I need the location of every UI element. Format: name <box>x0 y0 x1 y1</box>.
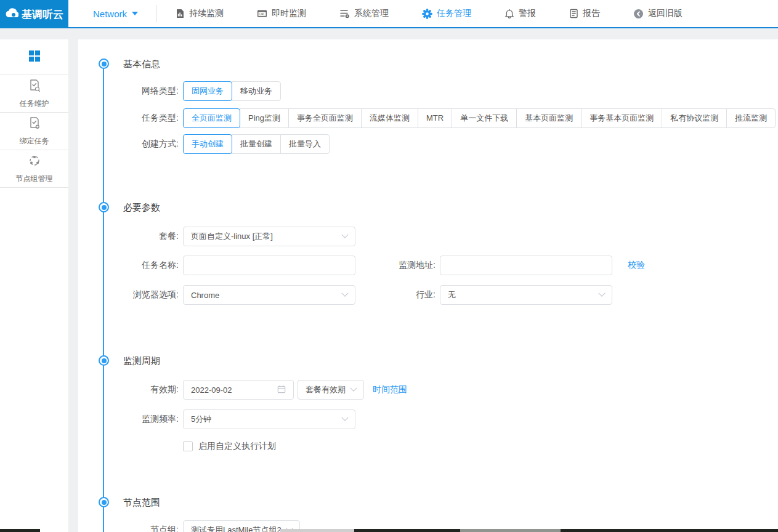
valid-date-mode-select[interactable]: 套餐有效期 <box>298 380 364 400</box>
industry-label: 行业: <box>355 289 436 300</box>
sidebar-item-node-group-management[interactable]: 节点组管理 <box>0 150 68 188</box>
nav-menu: 持续监测 URL 即时监测 系统管理 任务管理 警报 <box>158 0 699 27</box>
nav-item-label: 即时监测 <box>272 8 306 19</box>
create-mode-option-batch-import[interactable]: 批量导入 <box>280 134 330 154</box>
custom-plan-label: 启用自定义执行计划 <box>198 441 276 452</box>
task-name-url-row: 任务名称: 监测地址: 校验 <box>78 256 778 275</box>
horizontal-scrollbar-thumb[interactable] <box>280 529 354 532</box>
frequency-select[interactable]: 5分钟 <box>183 409 355 429</box>
top-navbar: 基调听云 Network 持续监测 URL 即时监测 系统管理 <box>0 0 778 28</box>
chart-doc-icon <box>175 9 185 18</box>
create-mode-group: 手动创建 批量创建 批量导入 <box>183 134 330 154</box>
section-bullet-icon <box>99 497 109 507</box>
industry-select[interactable]: 无 <box>440 285 612 305</box>
nav-item-alerts[interactable]: 警报 <box>488 0 553 27</box>
chevron-down-icon <box>598 290 605 297</box>
valid-date-label: 有效期: <box>78 384 179 395</box>
package-row: 套餐: 页面自定义-linux [正常] <box>78 227 778 246</box>
node-group-icon <box>28 154 41 169</box>
nav-item-label: 持续监测 <box>189 8 224 19</box>
valid-date-value: 2022-09-02 <box>191 385 232 395</box>
bottom-bar-segment <box>460 529 561 532</box>
nav-item-back-to-old-version[interactable]: 返回旧版 <box>617 0 699 27</box>
left-sidebar: 任务维护 绑定任务 节点组管理 <box>0 39 68 532</box>
report-icon <box>569 9 578 18</box>
doc-link-icon <box>28 116 41 132</box>
nav-item-label: 任务管理 <box>437 8 471 19</box>
section-bullet-icon <box>99 355 109 366</box>
logo-text: 基调听云 <box>22 7 63 22</box>
svg-text:URL: URL <box>259 13 265 16</box>
browser-select-value: Chrome <box>191 291 219 300</box>
chevron-down-icon <box>341 414 348 421</box>
monitor-url-label: 监测地址: <box>355 260 436 271</box>
network-type-row: 网络类型: 固网业务 移动业务 <box>78 81 778 101</box>
browser-industry-row: 浏览器选项: Chrome 行业: 无 <box>78 285 778 305</box>
gear-icon <box>422 9 432 19</box>
caret-down-icon <box>132 12 138 15</box>
task-name-input[interactable] <box>183 256 355 275</box>
task-type-option[interactable]: 事务基本页面监测 <box>581 108 662 128</box>
valid-date-row: 有效期: 2022-09-02 套餐有效期 时间范围 <box>78 380 778 400</box>
section-bullet-icon <box>99 58 109 69</box>
task-type-option[interactable]: MTR <box>418 108 452 128</box>
section-monitor-cycle: 监测周期 有效期: 2022-09-02 套餐有效期 时间范围 监测频率: 5分… <box>78 353 778 452</box>
product-switcher[interactable]: Network <box>93 0 138 27</box>
browser-select[interactable]: Chrome <box>183 285 355 305</box>
section-title: 基本信息 <box>123 57 778 71</box>
sidebar-item-bind-task[interactable]: 绑定任务 <box>0 113 68 150</box>
sidebar-item-task-maintenance[interactable]: 任务维护 <box>0 75 68 113</box>
task-type-group: 全页面监测 Ping监测 事务全页面监测 流媒体监测 MTR 单一文件下载 基本… <box>183 108 776 128</box>
sidebar-item-overview[interactable] <box>0 39 68 75</box>
task-type-option[interactable]: 流媒体监测 <box>361 108 418 128</box>
custom-plan-checkbox[interactable] <box>183 441 193 451</box>
nav-item-continuous-monitoring[interactable]: 持续监测 <box>158 0 240 27</box>
nav-divider <box>156 5 157 22</box>
section-title: 节点范围 <box>123 495 778 510</box>
task-type-option[interactable]: 基本页面监测 <box>516 108 581 128</box>
task-type-option[interactable]: 推流监测 <box>726 108 776 128</box>
browser-option-label: 浏览器选项: <box>78 289 179 300</box>
section-basic-info: 基本信息 网络类型: 固网业务 移动业务 任务类型: 全页面监测 Ping监测 … <box>78 57 778 154</box>
bottom-bar-segment <box>561 529 778 532</box>
task-type-option[interactable]: 私有协议监测 <box>662 108 727 128</box>
task-type-option[interactable]: 事务全页面监测 <box>288 108 362 128</box>
section-bullet-icon <box>99 202 109 212</box>
cloud-logo-icon <box>5 8 18 21</box>
nav-item-task-management[interactable]: 任务管理 <box>405 0 488 27</box>
network-type-option-fixed[interactable]: 固网业务 <box>183 81 232 101</box>
nav-item-instant-monitoring[interactable]: URL 即时监测 <box>240 0 323 27</box>
nav-item-label: 返回旧版 <box>648 8 683 19</box>
monitor-url-input[interactable] <box>440 256 612 275</box>
frequency-select-value: 5分钟 <box>191 414 211 425</box>
app-logo[interactable]: 基调听云 <box>0 0 68 28</box>
network-type-option-mobile[interactable]: 移动业务 <box>232 81 281 101</box>
calendar-icon <box>277 385 286 395</box>
industry-select-value: 无 <box>448 289 456 300</box>
task-type-option[interactable]: 单一文件下载 <box>452 108 517 128</box>
node-group-select-value: 测试专用LastMile节点组2 <box>191 525 282 532</box>
create-mode-option-batch-create[interactable]: 批量创建 <box>232 134 281 154</box>
create-mode-option-manual[interactable]: 手动创建 <box>183 134 232 154</box>
valid-date-picker[interactable]: 2022-09-02 <box>183 380 294 400</box>
verify-link[interactable]: 校验 <box>628 260 645 271</box>
nav-item-label: 报告 <box>583 8 600 19</box>
package-label: 套餐: <box>78 231 179 242</box>
sidebar-item-label: 节点组管理 <box>16 174 53 184</box>
time-range-link[interactable]: 时间范围 <box>373 384 407 395</box>
main-content-panel: 基本信息 网络类型: 固网业务 移动业务 任务类型: 全页面监测 Ping监测 … <box>78 39 778 532</box>
nav-item-label: 系统管理 <box>354 8 389 19</box>
chevron-down-icon <box>341 232 348 238</box>
node-group-label: 节点组: <box>78 525 179 532</box>
sidebar-item-label: 任务维护 <box>20 99 49 109</box>
task-type-option[interactable]: 全页面监测 <box>183 108 240 128</box>
nav-item-system-management[interactable]: 系统管理 <box>323 0 405 27</box>
package-select-value: 页面自定义-linux [正常] <box>191 231 273 242</box>
task-type-row: 任务类型: 全页面监测 Ping监测 事务全页面监测 流媒体监测 MTR 单一文… <box>78 108 778 128</box>
valid-date-mode-value: 套餐有效期 <box>306 384 346 395</box>
task-type-option[interactable]: Ping监测 <box>240 108 289 128</box>
package-select[interactable]: 页面自定义-linux [正常] <box>183 227 355 246</box>
nav-item-label: 警报 <box>519 8 536 19</box>
nav-item-reports[interactable]: 报告 <box>553 0 617 27</box>
section-title: 必要参数 <box>123 200 778 215</box>
